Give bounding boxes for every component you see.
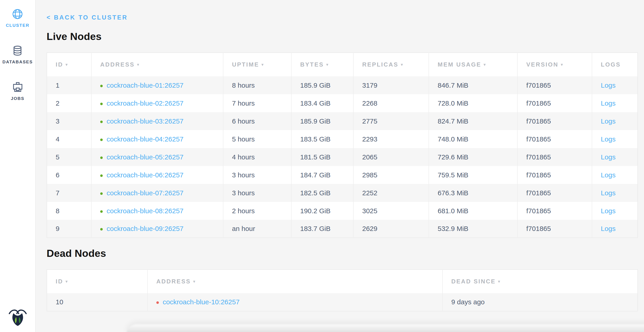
node-version-cell: f701865 [518,76,592,94]
column-header-replicas[interactable]: REPLICAS▾ [353,53,429,76]
column-header-label: DEAD SINCE [451,278,496,285]
live-nodes-heading: Live Nodes [46,31,644,42]
sort-arrow-icon: ▾ [401,62,404,67]
node-uptime-cell: 3 hours [223,184,291,202]
node-version-cell: f701865 [518,130,592,148]
node-replicas-cell: 2629 [353,220,429,238]
node-address-link[interactable]: cockroach-blue-06:26257 [106,171,184,179]
node-uptime-cell: 2 hours [223,202,291,220]
node-id-cell: 3 [47,112,91,130]
node-address-link[interactable]: cockroach-blue-08:26257 [106,207,184,215]
node-bytes-cell: 182.5 GiB [291,184,353,202]
node-address-cell: cockroach-blue-03:26257 [91,112,223,130]
node-address-link[interactable]: cockroach-blue-03:26257 [106,117,184,125]
column-header-version[interactable]: VERSION▾ [518,53,592,76]
live-status-dot [100,174,103,177]
logs-link[interactable]: Logs [601,81,616,89]
logs-link[interactable]: Logs [601,99,616,107]
node-logs-cell: Logs [592,220,638,238]
live-node-row: 8cockroach-blue-08:262572 hours190.2 GiB… [47,202,638,220]
column-header-dead-since[interactable]: DEAD SINCE▾ [442,270,638,293]
logs-link[interactable]: Logs [601,225,616,232]
node-uptime-cell: 3 hours [223,166,291,184]
column-header-address[interactable]: ADDRESS▾ [148,270,442,293]
column-header-uptime[interactable]: UPTIME▾ [223,53,291,76]
logs-link[interactable]: Logs [601,117,616,125]
node-id-cell: 5 [47,148,91,166]
node-id-cell: 7 [47,184,91,202]
node-replicas-cell: 3025 [353,202,429,220]
node-address-cell: cockroach-blue-01:26257 [91,76,223,94]
sidebar-item-label: DATABASES [2,59,33,64]
node-id-cell: 4 [47,130,91,148]
node-address-link[interactable]: cockroach-blue-09:26257 [106,225,184,232]
node-address-link[interactable]: cockroach-blue-07:26257 [106,189,184,197]
briefcase-icon [12,82,23,93]
live-node-row: 3cockroach-blue-03:262576 hours185.9 GiB… [47,112,638,130]
sidebar-item-label: CLUSTER [6,23,30,28]
node-address-link[interactable]: cockroach-blue-04:26257 [106,135,184,143]
node-address-link[interactable]: cockroach-blue-01:26257 [106,81,184,89]
column-header-address[interactable]: ADDRESS▾ [91,53,223,76]
dead-nodes-table: ID▾ADDRESS▾DEAD SINCE▾ 10cockroach-blue-… [46,269,638,311]
live-status-dot [100,210,103,213]
column-header-bytes[interactable]: BYTES▾ [291,53,353,76]
node-mem-usage-cell: 846.7 MiB [429,76,518,94]
node-logs-cell: Logs [592,130,638,148]
sort-arrow-icon: ▾ [326,62,329,67]
dead-nodes-heading: Dead Nodes [46,248,644,259]
column-header-id[interactable]: ID▾ [47,53,91,76]
sort-arrow-icon: ▾ [498,279,501,284]
node-bytes-cell: 181.5 GiB [291,148,353,166]
node-uptime-cell: 7 hours [223,94,291,112]
node-mem-usage-cell: 681.0 MiB [429,202,518,220]
logs-link[interactable]: Logs [601,189,616,197]
logs-link[interactable]: Logs [601,135,616,143]
sidebar-item-databases[interactable]: DATABASES [2,45,33,64]
live-status-dot [100,192,103,195]
live-status-dot [100,228,103,231]
node-address-cell: cockroach-blue-08:26257 [91,202,223,220]
column-header-label: UPTIME [232,61,259,68]
live-status-dot [100,121,103,123]
live-nodes-table: ID▾ADDRESS▾UPTIME▾BYTES▾REPLICAS▾MEM USA… [46,52,638,238]
node-bytes-cell: 183.5 GiB [291,130,353,148]
node-version-cell: f701865 [518,148,592,166]
column-header-mem-usage[interactable]: MEM USAGE▾ [429,53,518,76]
node-address-link[interactable]: cockroach-blue-10:26257 [163,298,240,306]
node-uptime-cell: 4 hours [223,148,291,166]
node-bytes-cell: 183.4 GiB [291,94,353,112]
live-status-dot [100,156,103,159]
sidebar-nav: CLUSTER DATABASES [0,0,35,101]
sort-arrow-icon: ▾ [137,62,140,67]
live-node-row: 2cockroach-blue-02:262577 hours183.4 GiB… [47,94,638,112]
node-address-cell: cockroach-blue-04:26257 [91,130,223,148]
sidebar-item-jobs[interactable]: JOBS [11,82,24,101]
sidebar-item-cluster[interactable]: CLUSTER [6,9,30,28]
dead-table-header-row: ID▾ADDRESS▾DEAD SINCE▾ [47,270,638,293]
node-logs-cell: Logs [592,166,638,184]
node-mem-usage-cell: 729.6 MiB [429,148,518,166]
column-header-label: ID [56,278,63,285]
node-mem-usage-cell: 728.0 MiB [429,94,518,112]
node-replicas-cell: 3179 [353,76,429,94]
sidebar-item-label: JOBS [11,96,24,101]
node-id-cell: 6 [47,166,91,184]
node-replicas-cell: 2065 [353,148,429,166]
node-id-cell: 10 [47,293,148,311]
node-version-cell: f701865 [518,202,592,220]
sort-arrow-icon: ▾ [66,279,68,284]
back-to-cluster-link[interactable]: < BACK TO CLUSTER [46,14,128,21]
column-header-id[interactable]: ID▾ [47,270,148,293]
logs-link[interactable]: Logs [601,153,616,161]
node-dead-since-cell: 9 days ago [442,293,638,311]
cockroachdb-logo[interactable] [8,307,27,327]
main-content: < BACK TO CLUSTER Live Nodes ID▾ADDRESS▾… [36,0,644,332]
node-address-link[interactable]: cockroach-blue-02:26257 [106,99,184,107]
live-status-dot [100,103,103,105]
logs-link[interactable]: Logs [601,207,616,215]
node-address-link[interactable]: cockroach-blue-05:26257 [106,153,184,161]
column-header-label: BYTES [300,61,324,68]
node-version-cell: f701865 [518,112,592,130]
logs-link[interactable]: Logs [601,171,616,179]
